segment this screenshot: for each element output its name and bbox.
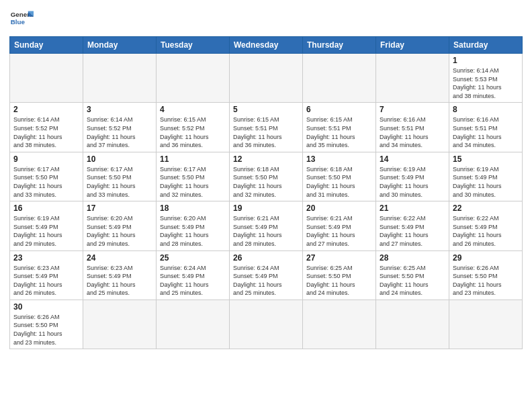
day-info: Sunrise: 6:14 AMSunset: 5:52 PMDaylight:… bbox=[13, 116, 79, 149]
day-cell: 17Sunrise: 6:20 AMSunset: 5:49 PMDayligh… bbox=[83, 201, 157, 250]
day-number: 21 bbox=[380, 203, 445, 213]
day-info: Sunrise: 6:18 AMSunset: 5:50 PMDaylight:… bbox=[306, 165, 372, 199]
day-cell bbox=[303, 54, 376, 103]
weekday-header-wednesday: Wednesday bbox=[230, 37, 303, 54]
day-info: Sunrise: 6:19 AMSunset: 5:49 PMDaylight:… bbox=[453, 165, 519, 199]
day-cell: 5Sunrise: 6:15 AMSunset: 5:51 PMDaylight… bbox=[230, 103, 303, 152]
day-cell: 4Sunrise: 6:15 AMSunset: 5:52 PMDaylight… bbox=[157, 103, 230, 152]
day-number: 18 bbox=[160, 203, 226, 213]
day-info: Sunrise: 6:22 AMSunset: 5:49 PMDaylight:… bbox=[380, 214, 445, 248]
day-number: 20 bbox=[306, 203, 372, 213]
day-number: 15 bbox=[453, 154, 519, 164]
generalblue-logo-icon: General Blue bbox=[9, 7, 34, 31]
day-cell: 10Sunrise: 6:17 AMSunset: 5:50 PMDayligh… bbox=[83, 152, 157, 201]
day-info: Sunrise: 6:17 AMSunset: 5:50 PMDaylight:… bbox=[13, 165, 79, 199]
day-number: 12 bbox=[233, 154, 299, 164]
day-number: 22 bbox=[453, 203, 519, 213]
day-info: Sunrise: 6:24 AMSunset: 5:49 PMDaylight:… bbox=[160, 264, 226, 298]
day-number: 26 bbox=[233, 253, 299, 263]
day-number: 7 bbox=[380, 105, 445, 114]
day-cell bbox=[157, 54, 230, 103]
day-cell: 18Sunrise: 6:20 AMSunset: 5:49 PMDayligh… bbox=[157, 201, 230, 250]
day-info: Sunrise: 6:25 AMSunset: 5:50 PMDaylight:… bbox=[380, 264, 445, 298]
day-number: 28 bbox=[380, 253, 445, 263]
day-number: 23 bbox=[13, 253, 79, 263]
day-info: Sunrise: 6:21 AMSunset: 5:49 PMDaylight:… bbox=[233, 214, 299, 248]
day-cell: 26Sunrise: 6:24 AMSunset: 5:49 PMDayligh… bbox=[230, 250, 303, 300]
day-cell bbox=[376, 54, 449, 103]
weekday-header-tuesday: Tuesday bbox=[157, 37, 230, 54]
calendar-table: SundayMondayTuesdayWednesdayThursdayFrid… bbox=[9, 36, 523, 349]
day-number: 1 bbox=[453, 56, 519, 65]
day-number: 3 bbox=[87, 105, 152, 114]
weekday-header-thursday: Thursday bbox=[303, 37, 376, 54]
day-info: Sunrise: 6:23 AMSunset: 5:49 PMDaylight:… bbox=[87, 264, 152, 298]
day-cell: 12Sunrise: 6:18 AMSunset: 5:50 PMDayligh… bbox=[230, 152, 303, 201]
day-cell: 29Sunrise: 6:26 AMSunset: 5:50 PMDayligh… bbox=[449, 250, 523, 300]
day-cell: 21Sunrise: 6:22 AMSunset: 5:49 PMDayligh… bbox=[376, 201, 449, 250]
day-cell: 7Sunrise: 6:16 AMSunset: 5:51 PMDaylight… bbox=[376, 103, 449, 152]
day-cell: 27Sunrise: 6:25 AMSunset: 5:50 PMDayligh… bbox=[303, 250, 376, 300]
day-info: Sunrise: 6:19 AMSunset: 5:49 PMDaylight:… bbox=[13, 214, 79, 248]
day-cell bbox=[157, 300, 230, 349]
weekday-header-monday: Monday bbox=[83, 37, 157, 54]
day-cell: 23Sunrise: 6:23 AMSunset: 5:49 PMDayligh… bbox=[10, 250, 83, 300]
weekday-header-friday: Friday bbox=[376, 37, 449, 54]
day-cell: 6Sunrise: 6:15 AMSunset: 5:51 PMDaylight… bbox=[303, 103, 376, 152]
day-info: Sunrise: 6:18 AMSunset: 5:50 PMDaylight:… bbox=[233, 165, 299, 199]
week-row-2: 2Sunrise: 6:14 AMSunset: 5:52 PMDaylight… bbox=[10, 103, 523, 152]
day-info: Sunrise: 6:25 AMSunset: 5:50 PMDaylight:… bbox=[306, 264, 372, 298]
day-info: Sunrise: 6:17 AMSunset: 5:50 PMDaylight:… bbox=[87, 165, 152, 199]
day-cell: 13Sunrise: 6:18 AMSunset: 5:50 PMDayligh… bbox=[303, 152, 376, 201]
day-cell: 3Sunrise: 6:14 AMSunset: 5:52 PMDaylight… bbox=[83, 103, 157, 152]
day-cell bbox=[83, 300, 157, 349]
day-info: Sunrise: 6:17 AMSunset: 5:50 PMDaylight:… bbox=[160, 165, 226, 199]
day-cell: 24Sunrise: 6:23 AMSunset: 5:49 PMDayligh… bbox=[83, 250, 157, 300]
day-cell: 25Sunrise: 6:24 AMSunset: 5:49 PMDayligh… bbox=[157, 250, 230, 300]
day-number: 17 bbox=[87, 203, 152, 213]
day-cell: 30Sunrise: 6:26 AMSunset: 5:50 PMDayligh… bbox=[10, 300, 83, 349]
day-number: 8 bbox=[453, 105, 519, 114]
day-number: 19 bbox=[233, 203, 299, 213]
day-number: 16 bbox=[13, 203, 79, 213]
page: General Blue SundayMondayTuesdayWednesda… bbox=[0, 0, 532, 411]
day-info: Sunrise: 6:20 AMSunset: 5:49 PMDaylight:… bbox=[87, 214, 152, 248]
day-number: 25 bbox=[160, 253, 226, 263]
week-row-5: 23Sunrise: 6:23 AMSunset: 5:49 PMDayligh… bbox=[10, 250, 523, 300]
day-info: Sunrise: 6:15 AMSunset: 5:52 PMDaylight:… bbox=[160, 116, 226, 149]
day-cell: 19Sunrise: 6:21 AMSunset: 5:49 PMDayligh… bbox=[230, 201, 303, 250]
day-number: 9 bbox=[13, 154, 79, 164]
day-info: Sunrise: 6:16 AMSunset: 5:51 PMDaylight:… bbox=[453, 116, 519, 149]
day-number: 13 bbox=[306, 154, 372, 164]
day-info: Sunrise: 6:21 AMSunset: 5:49 PMDaylight:… bbox=[306, 214, 372, 248]
day-cell: 28Sunrise: 6:25 AMSunset: 5:50 PMDayligh… bbox=[376, 250, 449, 300]
day-number: 14 bbox=[380, 154, 445, 164]
day-cell: 20Sunrise: 6:21 AMSunset: 5:49 PMDayligh… bbox=[303, 201, 376, 250]
week-row-3: 9Sunrise: 6:17 AMSunset: 5:50 PMDaylight… bbox=[10, 152, 523, 201]
day-number: 4 bbox=[160, 105, 226, 114]
day-cell: 9Sunrise: 6:17 AMSunset: 5:50 PMDaylight… bbox=[10, 152, 83, 201]
day-number: 5 bbox=[233, 105, 299, 114]
day-number: 24 bbox=[87, 253, 152, 263]
day-cell: 22Sunrise: 6:22 AMSunset: 5:49 PMDayligh… bbox=[449, 201, 523, 250]
day-cell bbox=[303, 300, 376, 349]
day-info: Sunrise: 6:16 AMSunset: 5:51 PMDaylight:… bbox=[380, 116, 445, 149]
day-info: Sunrise: 6:14 AMSunset: 5:52 PMDaylight:… bbox=[87, 116, 152, 149]
day-info: Sunrise: 6:14 AMSunset: 5:53 PMDaylight:… bbox=[453, 66, 519, 100]
day-cell: 15Sunrise: 6:19 AMSunset: 5:49 PMDayligh… bbox=[449, 152, 523, 201]
day-cell bbox=[230, 300, 303, 349]
day-info: Sunrise: 6:26 AMSunset: 5:50 PMDaylight:… bbox=[453, 264, 519, 298]
day-info: Sunrise: 6:26 AMSunset: 5:50 PMDaylight:… bbox=[13, 313, 79, 347]
day-info: Sunrise: 6:24 AMSunset: 5:49 PMDaylight:… bbox=[233, 264, 299, 298]
day-number: 30 bbox=[13, 302, 79, 312]
day-info: Sunrise: 6:23 AMSunset: 5:49 PMDaylight:… bbox=[13, 264, 79, 298]
day-cell: 2Sunrise: 6:14 AMSunset: 5:52 PMDaylight… bbox=[10, 103, 83, 152]
week-row-1: 1Sunrise: 6:14 AMSunset: 5:53 PMDaylight… bbox=[10, 54, 523, 103]
day-number: 11 bbox=[160, 154, 226, 164]
day-info: Sunrise: 6:20 AMSunset: 5:49 PMDaylight:… bbox=[160, 214, 226, 248]
weekday-header-sunday: Sunday bbox=[10, 37, 83, 54]
day-info: Sunrise: 6:15 AMSunset: 5:51 PMDaylight:… bbox=[306, 116, 372, 149]
weekday-header-saturday: Saturday bbox=[449, 37, 523, 54]
day-cell: 14Sunrise: 6:19 AMSunset: 5:49 PMDayligh… bbox=[376, 152, 449, 201]
day-cell: 1Sunrise: 6:14 AMSunset: 5:53 PMDaylight… bbox=[449, 54, 523, 103]
